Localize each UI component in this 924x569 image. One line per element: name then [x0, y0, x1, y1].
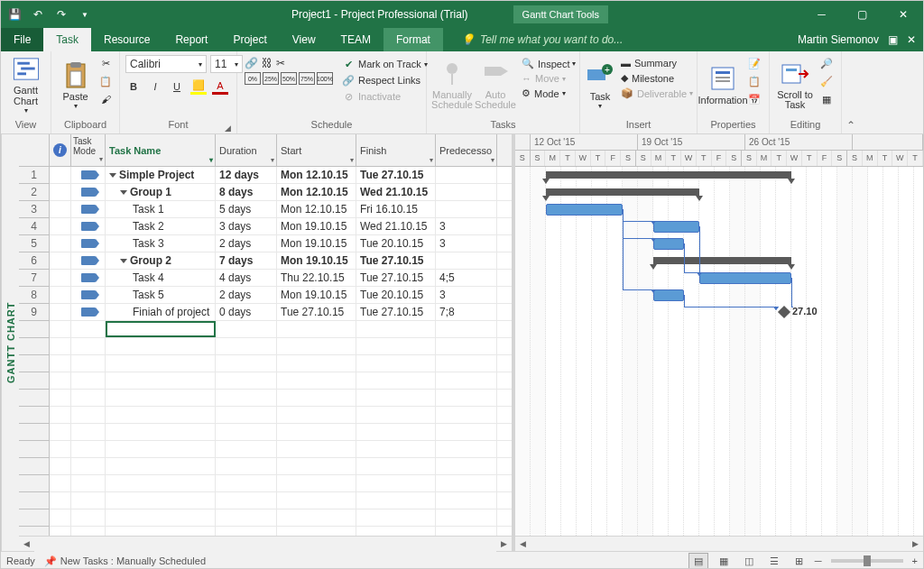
duration-cell[interactable]: 8 days: [216, 184, 277, 200]
tab-report[interactable]: Report: [162, 28, 220, 51]
table-row[interactable]: 8Task 52 daysMon 19.10.15Tue 20.10.153: [19, 287, 512, 304]
italic-button[interactable]: I: [147, 78, 163, 95]
scroll-right-icon[interactable]: ▶: [496, 537, 512, 552]
table-row[interactable]: 5Task 32 daysMon 19.10.15Tue 20.10.153: [19, 235, 512, 252]
finish-cell[interactable]: Tue 27.10.15: [356, 252, 436, 269]
finish-cell[interactable]: Wed 21.10.15: [356, 184, 436, 200]
col-rownum[interactable]: [19, 134, 50, 166]
tell-me-search[interactable]: 💡 Tell me what you want to do...: [443, 28, 790, 51]
duration-cell[interactable]: 4 days: [216, 270, 277, 286]
task-name-cell[interactable]: Task 4: [106, 270, 216, 286]
task-name-cell[interactable]: Task 2: [106, 218, 216, 234]
predecessors-cell[interactable]: [436, 252, 497, 269]
table-row[interactable]: 9Finiah of project0 daysTue 27.10.15Tue …: [19, 304, 512, 321]
scroll-right-icon[interactable]: ▶: [908, 537, 923, 552]
finish-cell[interactable]: Tue 27.10.15: [356, 304, 436, 320]
tab-view[interactable]: View: [280, 28, 328, 51]
scroll-left-icon[interactable]: ◀: [515, 537, 531, 552]
pct-50-button[interactable]: 50%: [281, 72, 297, 85]
zoom-out-icon[interactable]: ─: [815, 555, 822, 566]
link-tasks-icon[interactable]: 🔗: [245, 57, 258, 69]
start-cell[interactable]: Mon 12.10.15: [277, 201, 356, 217]
inactivate-button[interactable]: ⊘ Inactivate: [339, 89, 430, 104]
insert-task-button[interactable]: + Task ▾: [584, 53, 616, 116]
mark-on-track-button[interactable]: ✔ Mark on Track ▾: [339, 57, 430, 71]
predecessors-cell[interactable]: 4;5: [436, 270, 497, 286]
active-cell[interactable]: [106, 321, 216, 337]
redo-icon[interactable]: ↷: [53, 6, 69, 23]
save-icon[interactable]: 💾: [6, 6, 23, 23]
clear-icon[interactable]: 🧹: [818, 73, 835, 89]
summary-bar[interactable]: [546, 188, 699, 196]
predecessors-cell[interactable]: [436, 201, 497, 217]
pct-25-button[interactable]: 25%: [263, 72, 279, 85]
finish-cell[interactable]: Wed 21.10.15: [356, 218, 436, 234]
duration-cell[interactable]: 5 days: [216, 201, 277, 217]
scroll-to-task-button[interactable]: Scroll to Task: [773, 53, 817, 116]
tab-file[interactable]: File: [1, 28, 43, 51]
task-name-cell[interactable]: Group 1: [106, 184, 216, 200]
table-row[interactable]: 3Task 15 daysMon 12.10.15Fri 16.10.15: [19, 201, 512, 218]
font-launcher-icon[interactable]: ◢: [225, 124, 231, 133]
font-color-button[interactable]: A: [212, 78, 228, 95]
format-painter-icon[interactable]: 🖌: [97, 91, 114, 107]
finish-cell[interactable]: Tue 20.10.15: [356, 287, 436, 303]
task-name-cell[interactable]: Simple Project: [106, 167, 216, 183]
auto-schedule-button[interactable]: Auto Schedule: [474, 53, 517, 116]
minimize-icon[interactable]: ─: [801, 1, 842, 28]
predecessors-cell[interactable]: 7;8: [436, 304, 497, 320]
tab-team[interactable]: TEAM: [328, 28, 383, 51]
summary-bar[interactable]: [546, 171, 791, 179]
table-row[interactable]: 1Simple Project12 daysMon 12.10.15Tue 27…: [19, 167, 512, 184]
task-name-cell[interactable]: Task 5: [106, 287, 216, 303]
duration-cell[interactable]: 2 days: [216, 287, 277, 303]
summary-button[interactable]: ▬Summary: [618, 57, 696, 69]
col-task-name[interactable]: Task Name▾: [106, 134, 216, 166]
user-name[interactable]: Martin Siemonov: [798, 33, 879, 46]
milestone-button[interactable]: ◆Milestone: [618, 71, 696, 85]
row-number[interactable]: 2: [19, 184, 50, 201]
start-cell[interactable]: Mon 12.10.15: [277, 167, 356, 183]
view-usage-icon[interactable]: ▦: [714, 553, 734, 569]
duration-cell[interactable]: 2 days: [216, 235, 277, 252]
col-task-mode[interactable]: Task Mode▾: [71, 134, 106, 166]
start-cell[interactable]: Mon 19.10.15: [277, 235, 356, 252]
undo-icon[interactable]: ↶: [30, 6, 46, 23]
duration-cell[interactable]: 3 days: [216, 218, 277, 234]
pct-100-button[interactable]: 100%: [317, 72, 333, 85]
task-bar[interactable]: [699, 272, 791, 284]
close-doc-icon[interactable]: ✕: [907, 33, 916, 46]
finish-cell[interactable]: Tue 27.10.15: [356, 167, 436, 183]
inspect-button[interactable]: 🔍Inspect ▾: [519, 57, 578, 70]
table-row[interactable]: 2Group 18 daysMon 12.10.15Wed 21.10.15: [19, 184, 512, 201]
finish-cell[interactable]: Tue 27.10.15: [356, 270, 436, 286]
view-report-icon[interactable]: ⊞: [790, 553, 809, 569]
duration-cell[interactable]: 0 days: [216, 304, 277, 320]
start-cell[interactable]: Tue 27.10.15: [277, 304, 356, 320]
start-cell[interactable]: Mon 19.10.15: [277, 252, 356, 269]
deliverable-button[interactable]: 📦Deliverable ▾: [618, 87, 696, 100]
pct-0-button[interactable]: 0%: [245, 72, 261, 85]
fill-icon[interactable]: ▦: [818, 91, 835, 107]
tab-resource[interactable]: Resource: [91, 28, 162, 51]
move-button[interactable]: ↔Move ▾: [519, 72, 578, 85]
zoom-in-icon[interactable]: +: [912, 555, 918, 566]
qat-customize-icon[interactable]: ▼: [77, 6, 93, 23]
underline-button[interactable]: U: [169, 78, 185, 95]
split-task-icon[interactable]: ✂: [276, 57, 285, 69]
information-button[interactable]: Information: [701, 53, 744, 116]
details-icon[interactable]: 📋: [746, 73, 762, 89]
tab-format[interactable]: Format: [383, 28, 443, 51]
row-number[interactable]: 4: [19, 218, 50, 235]
collapse-ribbon-icon[interactable]: ⌃: [842, 51, 860, 133]
chart-hscroll[interactable]: ◀ ▶: [515, 536, 923, 551]
start-cell[interactable]: Mon 12.10.15: [277, 184, 356, 200]
task-name-cell[interactable]: Task 3: [106, 235, 216, 252]
col-predecessors[interactable]: Predecesso▾: [436, 134, 497, 166]
find-icon[interactable]: 🔎: [818, 55, 835, 71]
col-start[interactable]: Start▾: [277, 134, 356, 166]
unlink-tasks-icon[interactable]: ⛓: [262, 57, 273, 69]
bold-button[interactable]: B: [125, 78, 142, 95]
row-number[interactable]: 6: [19, 252, 50, 270]
task-name-cell[interactable]: Finiah of project: [106, 304, 216, 320]
